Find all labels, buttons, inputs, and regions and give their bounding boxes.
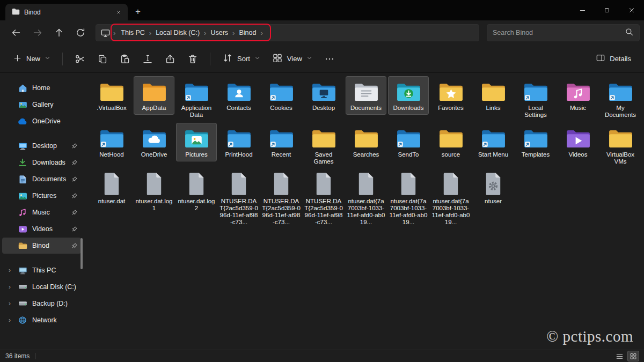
address-bar[interactable]: This PCLocal Disk (C:)UsersBinod <box>96 24 479 41</box>
folder-icon <box>608 79 633 102</box>
item-start-menu[interactable]: Start Menu <box>473 123 514 161</box>
forward-button[interactable] <box>28 24 47 42</box>
breadcrumb-item-users[interactable]: Users <box>207 27 232 38</box>
item-favorites[interactable]: Favorites <box>430 76 471 115</box>
sidebar-item-this-pc[interactable]: ›This PC <box>2 262 81 278</box>
details-button[interactable]: Details <box>590 49 636 68</box>
delete-button[interactable] <box>182 49 203 69</box>
paste-button[interactable] <box>114 49 136 69</box>
sidebar-item-label: Network <box>32 316 78 324</box>
item-music[interactable]: Music <box>558 76 598 115</box>
item-recent[interactable]: Recent <box>261 123 302 161</box>
expand-chevron-icon[interactable]: › <box>6 316 13 324</box>
sidebar-item-label: Desktop <box>32 142 67 150</box>
item-ntuser[interactable]: ntuser <box>473 169 514 208</box>
item-ntuser-dat-7a7003bf-1033-11ef-afd0-ab019[interactable]: ntuser.dat{7a7003bf-1033-11ef-afd0-ab019… <box>346 169 386 229</box>
item-label: OneDrive <box>141 151 167 158</box>
item-ntuser-dat-log2[interactable]: ntuser.dat.log2 <box>176 169 217 215</box>
refresh-button[interactable] <box>71 24 90 42</box>
share-button[interactable] <box>159 49 181 69</box>
item-ntuser-dat-2ac5d359-096d-11ef-af98-c73[interactable]: NTUSER.DAT{2ac5d359-096d-11ef-af98-c73..… <box>303 169 344 229</box>
close-button[interactable] <box>619 0 644 20</box>
expand-chevron-icon[interactable]: › <box>6 283 13 291</box>
back-button[interactable] <box>6 24 26 42</box>
item-ntuser-dat-7a7003bf-1033-11ef-afd0-ab019[interactable]: ntuser.dat{7a7003bf-1033-11ef-afd0-ab019… <box>388 169 429 229</box>
sidebar-item-music[interactable]: Music <box>2 204 81 220</box>
item-my-documents[interactable]: My Documents <box>600 76 641 122</box>
copy-button[interactable] <box>92 49 113 69</box>
expand-chevron-icon[interactable]: › <box>6 267 13 274</box>
item-contacts[interactable]: Contacts <box>218 76 259 115</box>
item-desktop[interactable]: Desktop <box>303 76 344 115</box>
item-virtualbox[interactable]: .VirtualBox <box>91 76 132 115</box>
item-onedrive[interactable]: OneDrive <box>134 123 174 161</box>
folder-icon <box>566 125 591 149</box>
expand-chevron-icon[interactable]: › <box>6 300 13 307</box>
item-saved-games[interactable]: Saved Games <box>303 123 344 168</box>
sidebar-item-gallery[interactable]: Gallery <box>2 97 81 113</box>
minimize-button[interactable] <box>570 0 595 20</box>
sidebar-item-local-disk-c[interactable]: ›Local Disk (C:) <box>2 279 81 295</box>
item-ntuser-dat-2ac5d359-096d-11ef-af98-c73[interactable]: NTUSER.DAT{2ac5d359-096d-11ef-af98-c73..… <box>261 169 302 229</box>
item-label: .VirtualBox <box>97 105 126 112</box>
item-appdata[interactable]: AppData <box>134 76 174 115</box>
item-videos[interactable]: Videos <box>558 123 598 161</box>
more-options-button[interactable] <box>319 49 340 69</box>
details-view-button[interactable] <box>614 351 625 361</box>
item-cookies[interactable]: Cookies <box>261 76 302 115</box>
item-virtualbox-vms[interactable]: VirtualBox VMs <box>600 123 641 168</box>
item-label: Desktop <box>312 105 335 112</box>
new-button[interactable]: New <box>8 50 56 68</box>
sidebar-item-downloads[interactable]: Downloads <box>2 154 81 171</box>
item-local-settings[interactable]: Local Settings <box>515 76 556 122</box>
sort-button[interactable]: Sort <box>217 49 266 69</box>
item-ntuser-dat-2ac5d359-096d-11ef-af98-c73[interactable]: NTUSER.DAT{2ac5d359-096d-11ef-af98-c73..… <box>218 169 259 229</box>
breadcrumb-item-binod[interactable]: Binod <box>235 27 260 38</box>
sidebar-item-documents[interactable]: Documents <box>2 171 81 187</box>
folder-icon <box>566 79 591 102</box>
folder-icon <box>523 125 548 149</box>
folder-icon <box>608 125 633 149</box>
item-searches[interactable]: Searches <box>346 123 386 161</box>
rename-button[interactable] <box>137 49 158 69</box>
sidebar-item-network[interactable]: ›Network <box>2 312 81 328</box>
view-button[interactable]: View <box>267 49 318 69</box>
item-downloads[interactable]: Downloads <box>388 76 429 115</box>
sidebar-item-videos[interactable]: Videos <box>2 221 81 237</box>
item-links[interactable]: Links <box>473 76 514 115</box>
tab-close-icon[interactable] <box>114 8 123 17</box>
pin-icon <box>71 176 78 183</box>
file-icon <box>145 172 163 196</box>
item-ntuser-dat-log1[interactable]: ntuser.dat.log1 <box>134 169 174 215</box>
breadcrumb-item-this-pc[interactable]: This PC <box>117 27 148 38</box>
item-documents[interactable]: Documents <box>346 76 386 115</box>
sidebar-scrollbar-thumb[interactable] <box>80 238 83 269</box>
pin-icon <box>71 193 78 200</box>
sidebar-item-backup-d[interactable]: ›Backup (D:) <box>2 295 81 312</box>
breadcrumb-item-local-disk-c[interactable]: Local Disk (C:) <box>152 27 203 38</box>
cut-button[interactable] <box>69 49 91 69</box>
item-nethood[interactable]: NetHood <box>91 123 132 161</box>
new-tab-button[interactable] <box>130 4 146 20</box>
search-input[interactable] <box>493 29 621 36</box>
explorer-tab[interactable]: Binod <box>5 4 128 20</box>
thumbnail-view-button[interactable] <box>628 351 639 361</box>
up-button[interactable] <box>49 24 69 42</box>
item-ntuser-dat-7a7003bf-1033-11ef-afd0-ab019[interactable]: ntuser.dat{7a7003bf-1033-11ef-afd0-ab019… <box>430 169 471 229</box>
item-printhood[interactable]: PrintHood <box>218 123 259 161</box>
sidebar-item-pictures[interactable]: Pictures <box>2 188 81 204</box>
item-pictures[interactable]: Pictures <box>176 123 217 161</box>
sidebar-item-desktop[interactable]: Desktop <box>2 138 81 154</box>
item-source[interactable]: source <box>430 123 471 161</box>
item-label: Documents <box>350 105 382 112</box>
sidebar-item-onedrive[interactable]: OneDrive <box>2 113 81 129</box>
sidebar-item-home[interactable]: Home <box>2 80 81 96</box>
sidebar-item-binod[interactable]: Binod <box>2 238 81 254</box>
maximize-button[interactable] <box>595 0 619 20</box>
search-box[interactable] <box>487 24 640 41</box>
item-sendto[interactable]: SendTo <box>388 123 429 161</box>
item-application-data[interactable]: Application Data <box>176 76 217 122</box>
item-ntuser-dat[interactable]: ntuser.dat <box>91 169 132 208</box>
item-templates[interactable]: Templates <box>515 123 556 161</box>
folder-tab-icon <box>12 8 20 17</box>
